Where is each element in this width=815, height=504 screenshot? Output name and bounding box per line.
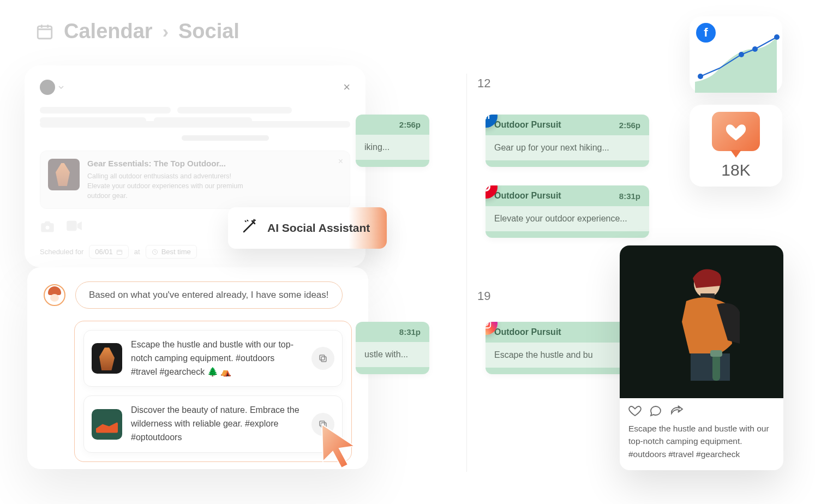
ai-assistant-label: AI Social Assistant [267, 221, 370, 235]
event-time: 2:56p [399, 120, 421, 129]
idea-card[interactable]: Escape the hustle and bustle with our to… [83, 330, 343, 387]
event-time: 8:31p [619, 191, 640, 201]
attachment-thumb [48, 159, 80, 190]
photo-icon[interactable] [40, 220, 55, 235]
heart-icon [712, 112, 760, 151]
event-body: iking... [356, 135, 429, 160]
ai-assistant-button[interactable]: AI Social Assistant [228, 207, 386, 249]
wand-icon [241, 218, 257, 238]
event-body: Gear up for your next hiking... [486, 135, 649, 160]
scheduled-time-chip[interactable]: Best time [146, 245, 197, 259]
event-body: ustle with... [356, 342, 429, 367]
preview-caption: Escape the hustle and bustle with our to… [620, 422, 783, 470]
attachment-title: Gear Essentials: The Top Outdoor... [87, 159, 251, 168]
event-title: Outdoor Pursuit [494, 191, 561, 201]
idea-text: Escape the hustle and bustle with our to… [131, 338, 303, 379]
svg-rect-0 [38, 26, 52, 39]
svg-point-17 [774, 34, 780, 40]
copy-icon[interactable] [311, 347, 334, 370]
scheduled-label: Scheduled for [40, 248, 83, 256]
attachment-desc: Calling all outdoor enthusiasts and adve… [87, 171, 251, 201]
video-icon[interactable] [66, 220, 82, 235]
svg-rect-2 [67, 221, 76, 231]
event-title: Outdoor Pursuit [494, 327, 561, 337]
svg-rect-3 [117, 250, 122, 254]
event-time: 2:56p [619, 121, 640, 130]
schedule-row: Scheduled for 06/01 at Best time [40, 245, 197, 259]
comment-icon[interactable] [649, 405, 662, 419]
cursor-pointer-icon [316, 420, 360, 469]
svg-point-10 [486, 322, 488, 326]
idea-text: Discover the beauty of nature. Embrace t… [131, 404, 303, 444]
calendar-event[interactable]: Outdoor Pursuit8:31p Elevate your outdoo… [486, 185, 649, 238]
share-icon[interactable] [670, 405, 684, 419]
audience-selector[interactable] [40, 80, 64, 95]
assistant-ideas: Escape the hustle and bustle with our to… [74, 321, 352, 462]
chevron-right-icon: › [163, 21, 169, 42]
close-icon[interactable]: × [343, 80, 350, 94]
attachment-remove-icon[interactable]: × [338, 157, 343, 166]
event-body: Elevate your outdoor experience... [486, 206, 649, 231]
day-number: 19 [477, 289, 490, 303]
svg-point-16 [752, 46, 758, 52]
svg-rect-22 [710, 350, 722, 357]
svg-rect-6 [320, 355, 325, 360]
scheduled-at: at [134, 248, 140, 256]
idea-card[interactable]: Discover the beauty of nature. Embrace t… [83, 395, 343, 452]
day-number: 12 [477, 76, 490, 91]
globe-icon [40, 80, 55, 95]
svg-text:f: f [704, 26, 708, 39]
preview-image [620, 245, 783, 398]
like-icon[interactable] [628, 405, 642, 419]
calendar-event[interactable]: 8:31p ustle with... [356, 322, 429, 374]
breadcrumb-social[interactable]: Social [178, 20, 239, 43]
compose-skeleton [40, 107, 350, 141]
attachment-card[interactable]: Gear Essentials: The Top Outdoor... Call… [40, 151, 350, 209]
instagram-preview-card: Escape the hustle and bustle with our to… [620, 245, 783, 470]
breadcrumb-calendar[interactable]: Calendar [64, 20, 153, 43]
idea-thumb [92, 409, 122, 440]
assistant-avatar [44, 284, 65, 306]
calendar-icon [35, 22, 54, 41]
scheduled-date-chip[interactable]: 06/01 [89, 245, 129, 259]
svg-rect-20 [691, 353, 730, 381]
svg-rect-5 [321, 357, 326, 362]
event-title: Outdoor Pursuit [494, 120, 561, 130]
svg-point-15 [739, 52, 744, 57]
likes-count: 18K [721, 161, 750, 179]
svg-point-14 [698, 74, 703, 79]
event-time: 8:31p [399, 327, 421, 337]
grid-divider [466, 74, 467, 472]
breadcrumb: Calendar › Social [35, 20, 239, 43]
svg-rect-21 [712, 355, 720, 381]
calendar-event[interactable]: in Outdoor Pursuit2:56p Gear up for your… [486, 115, 649, 167]
calendar-event[interactable]: 2:56p iking... [356, 115, 429, 167]
assistant-intro: Based on what you've entered already, I … [75, 281, 343, 309]
stat-chart-card: f [690, 16, 782, 93]
svg-point-1 [46, 226, 50, 230]
stat-likes-card: 18K [690, 105, 782, 187]
idea-thumb [92, 343, 122, 374]
